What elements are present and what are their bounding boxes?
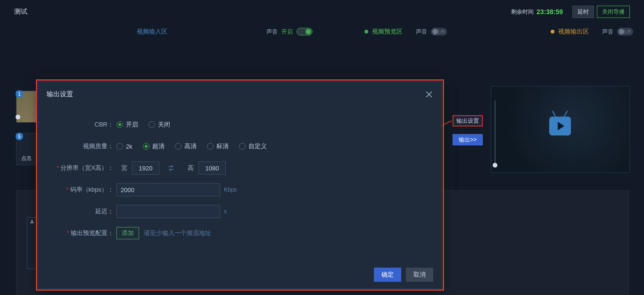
cancel-button[interactable]: 取消 (406, 268, 433, 282)
output-settings-button[interactable]: 输出设置 (453, 115, 483, 126)
delay-label: 延迟： (47, 207, 116, 216)
quality-row: 视频质量： 2k 超清 高清 标清 自定义 (47, 135, 433, 157)
height-input[interactable] (198, 161, 226, 175)
bitrate-label: *码率（kbps）： (47, 185, 116, 194)
resolution-label: *分辨率（宽X高）： (47, 164, 116, 172)
page-title: 测试 (14, 8, 27, 16)
quality-2k-radio[interactable]: 2k (116, 143, 132, 150)
thumb-slider-dot[interactable] (16, 115, 20, 119)
status-dot-output (551, 30, 554, 34)
status-dot-preview (364, 30, 368, 34)
cbr-off-radio[interactable]: 关闭 (149, 120, 170, 129)
quality-hd-radio[interactable]: 高清 (175, 142, 197, 151)
delay-unit: s (224, 208, 227, 215)
sound-label-1: 声音 (266, 28, 278, 36)
output-start-button[interactable]: 输出>> (453, 134, 483, 145)
sound-label-2: 声音 (416, 28, 427, 36)
bitrate-input[interactable] (116, 183, 220, 196)
antenna-icon (552, 110, 556, 117)
thumb-badge-5: 5 (16, 133, 23, 140)
modal-body: CBR： 开启 关闭 视频质量： 2k 超清 高清 标清 自定义 *分辨率（宽X… (38, 107, 442, 244)
sound-toggle-output[interactable]: 关闭 (617, 28, 633, 35)
sound-label-3: 声音 (602, 28, 613, 36)
height-sub-label: 高 (188, 164, 194, 172)
video-output-title: 视频输出区 (558, 27, 589, 36)
quality-custom-radio[interactable]: 自定义 (239, 142, 267, 151)
topbar: 测试 剩余时间 23:38:59 延时 关闭导播 (0, 0, 644, 24)
bitrate-row: *码率（kbps）： Kbps (47, 179, 433, 201)
sound-on-text: 开启 (281, 28, 293, 36)
close-icon[interactable] (425, 90, 433, 99)
video-preview-title: 视频预览区 (372, 27, 403, 36)
output-preview (491, 86, 630, 173)
output-config-row: *输出预览配置： 添加 请至少输入一个推流地址 (47, 222, 433, 244)
play-icon (549, 117, 571, 135)
sound-toggle-preview[interactable]: 关闭 (431, 28, 447, 35)
delay-button[interactable]: 延时 (572, 6, 594, 18)
modal-title: 输出设置 (47, 90, 73, 99)
video-input-title: 视频输入区 (137, 27, 167, 36)
output-config-label: *输出预览配置： (47, 229, 116, 237)
remaining-time-label: 剩余时间 (511, 8, 534, 16)
quality-uhd-radio[interactable]: 超清 (143, 142, 165, 151)
resolution-row: *分辨率（宽X高）： 宽 高 (47, 157, 433, 179)
confirm-button[interactable]: 确定 (374, 268, 401, 282)
stream-hint: 请至少输入一个推流地址 (144, 229, 211, 237)
quality-sd-radio[interactable]: 标清 (207, 142, 229, 151)
cbr-label: CBR： (47, 120, 116, 129)
quality-label: 视频质量： (47, 142, 116, 151)
cbr-row: CBR： 开启 关闭 (47, 114, 433, 135)
volume-track[interactable] (495, 101, 495, 163)
add-stream-button[interactable]: 添加 (116, 227, 139, 239)
input-thumb-1[interactable]: 1 (16, 91, 37, 123)
antenna-icon (564, 110, 568, 117)
width-input[interactable] (132, 161, 159, 175)
delay-row: 延迟： s (47, 201, 433, 222)
output-settings-modal: 输出设置 CBR： 开启 关闭 视频质量： 2k 超清 高清 标清 自定义 *分… (38, 81, 442, 289)
modal-header: 输出设置 (38, 82, 442, 107)
channel-cell-a[interactable]: A (27, 217, 37, 269)
thumb-caption-5: 点击 (17, 155, 36, 162)
sound-toggle-input[interactable] (297, 28, 313, 35)
bitrate-unit: Kbps (224, 186, 237, 193)
modal-footer: 确定 取消 (38, 261, 442, 288)
close-director-button[interactable]: 关闭导播 (597, 6, 630, 18)
thumb-badge-1: 1 (16, 90, 23, 98)
delay-input[interactable] (116, 205, 220, 218)
swap-icon[interactable] (166, 163, 176, 173)
width-sub-label: 宽 (121, 164, 127, 172)
remaining-time-value: 23:38:59 (537, 8, 563, 16)
input-thumb-5[interactable]: 5 点击 (16, 133, 37, 165)
cbr-on-radio[interactable]: 开启 (116, 120, 138, 129)
volume-handle[interactable] (493, 163, 497, 168)
section-bar: 视频输入区 声音 开启 视频预览区 声音 关闭 视频输出区 声音 关闭 (0, 24, 644, 40)
